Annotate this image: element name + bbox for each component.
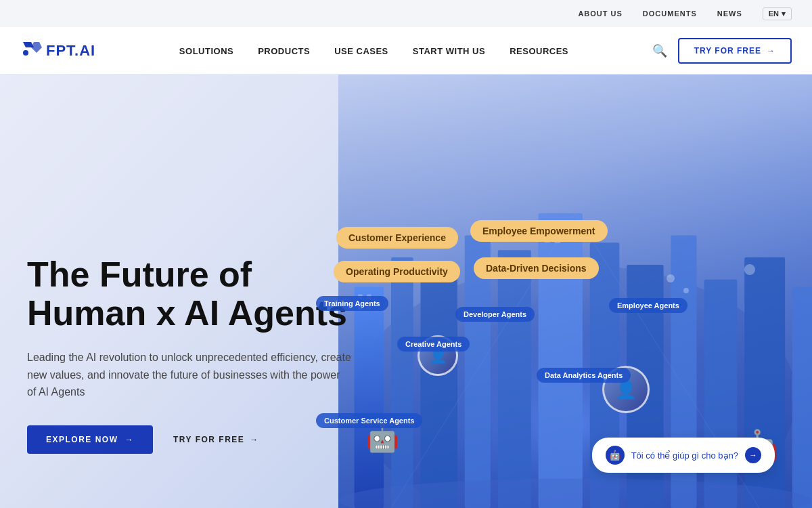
badge-customer-experience[interactable]: Customer Experience xyxy=(336,227,458,249)
svg-rect-11 xyxy=(704,280,737,508)
svg-point-0 xyxy=(23,50,28,56)
agent-badge-customer-service[interactable]: Customer Service Agents xyxy=(316,413,422,428)
creative-agents-label: Creative Agents xyxy=(405,340,461,348)
agent-badge-data-analytics[interactable]: Data Analytics Agents xyxy=(537,368,631,383)
badge-operating-productivity-label: Operating Productivity xyxy=(346,266,448,277)
hero-content: The Future of Human x AI Agents Leading … xyxy=(0,75,392,508)
badge-data-driven-label: Data-Driven Decisions xyxy=(486,263,587,274)
badge-customer-experience-label: Customer Experience xyxy=(348,232,446,243)
nav-use-cases[interactable]: USE CASES xyxy=(334,46,388,56)
nav-products[interactable]: PRODUCTS xyxy=(258,46,310,56)
hero-title: The Future of Human x AI Agents xyxy=(27,255,352,333)
svg-rect-6 xyxy=(498,250,531,508)
agent-badge-developer[interactable]: Developer Agents xyxy=(455,307,535,322)
badge-employee-empowerment-label: Employee Empowerment xyxy=(482,226,595,236)
chevron-down-icon: ▾ xyxy=(782,9,786,18)
svg-rect-13 xyxy=(792,287,812,508)
logo[interactable]: FPT.AI xyxy=(20,39,95,62)
explore-label: EXPLORE NOW xyxy=(46,435,118,444)
news-link[interactable]: NEWS xyxy=(717,9,742,18)
svg-rect-3 xyxy=(391,257,413,508)
developer-agents-label: Developer Agents xyxy=(464,310,526,318)
try-free-label: TRY FOR FREE xyxy=(173,435,244,444)
hero-buttons: EXPLORE NOW → TRY FOR FREE → xyxy=(27,425,352,454)
nav-resources[interactable]: RESOURCES xyxy=(510,46,568,56)
nav-start-with-us[interactable]: START WITH US xyxy=(413,46,485,56)
search-icon: 🔍 xyxy=(652,44,667,58)
chat-text: Tôi có thể giúp gì cho bạn? xyxy=(631,450,738,461)
badge-operating-productivity[interactable]: Operating Productivity xyxy=(334,261,460,282)
agent-badge-creative[interactable]: Creative Agents xyxy=(397,337,470,352)
hero-description: Leading the AI revolution to unlock unpr… xyxy=(27,349,352,401)
nav-solutions[interactable]: SOLUTIONS xyxy=(179,46,233,56)
dot-2 xyxy=(683,288,689,293)
documents-link[interactable]: DOCUMENTS xyxy=(643,9,697,18)
try-btn-label: TRY FOR FREE xyxy=(694,46,761,56)
agent-badge-employee[interactable]: Employee Agents xyxy=(609,298,687,313)
badge-employee-empowerment[interactable]: Employee Empowerment xyxy=(470,220,608,242)
chat-send-button[interactable]: → xyxy=(745,447,761,463)
top-bar: ABOUT US DOCUMENTS NEWS EN ▾ xyxy=(0,0,812,27)
explore-now-button[interactable]: EXPLORE NOW → xyxy=(27,425,153,454)
arrow-right-icon: → xyxy=(767,46,775,56)
svg-rect-4 xyxy=(421,272,457,508)
hero-section: The Future of Human x AI Agents Leading … xyxy=(0,75,812,508)
language-selector[interactable]: EN ▾ xyxy=(763,7,792,20)
logo-icon xyxy=(20,39,42,62)
nav-right: 🔍 TRY FOR FREE → xyxy=(652,38,792,64)
badge-data-driven-decisions[interactable]: Data-Driven Decisions xyxy=(474,257,599,279)
dot-3 xyxy=(744,264,755,275)
logo-text: FPT.AI xyxy=(46,42,95,60)
dot-1 xyxy=(667,274,675,282)
arrow-right-icon: → xyxy=(125,435,135,444)
data-analytics-agents-label: Data Analytics Agents xyxy=(545,371,623,379)
try-for-free-nav-button[interactable]: TRY FOR FREE → xyxy=(678,38,792,64)
arrow-right-icon: → xyxy=(250,435,259,444)
employee-agents-label: Employee Agents xyxy=(617,301,679,310)
chat-bot-icon: 🤖 xyxy=(606,446,625,465)
lang-label: EN xyxy=(769,9,779,18)
nav-links: SOLUTIONS PRODUCTS USE CASES START WITH … xyxy=(179,45,568,57)
about-us-link[interactable]: ABOUT US xyxy=(578,9,622,18)
training-agents-label: Training Agents xyxy=(324,299,380,308)
chat-bubble: 🤖 Tôi có thể giúp gì cho bạn? → xyxy=(592,438,775,473)
main-nav: FPT.AI SOLUTIONS PRODUCTS USE CASES STAR… xyxy=(0,27,812,75)
try-for-free-hero-button[interactable]: TRY FOR FREE → xyxy=(173,435,259,444)
agent-badge-training[interactable]: Training Agents xyxy=(316,296,388,311)
customer-service-agents-label: Customer Service Agents xyxy=(324,417,414,425)
search-button[interactable]: 🔍 xyxy=(652,43,667,58)
